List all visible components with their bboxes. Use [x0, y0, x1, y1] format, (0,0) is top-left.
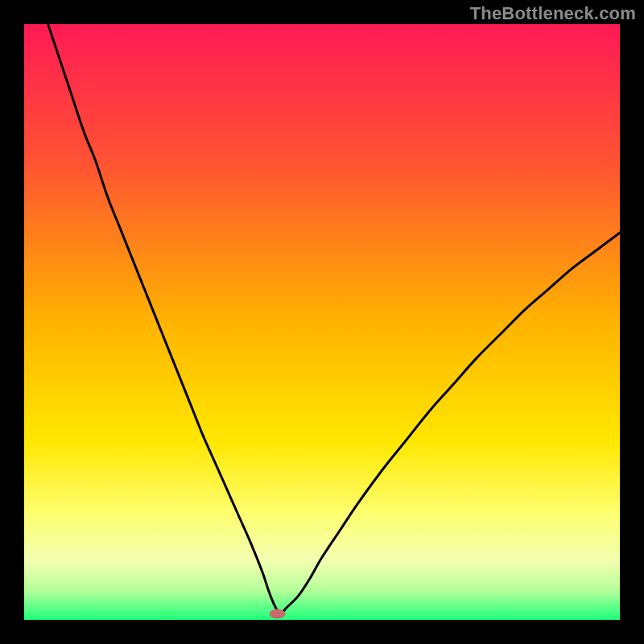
min-point-marker — [270, 609, 286, 619]
bottleneck-chart — [24, 24, 620, 620]
chart-frame: TheBottleneck.com — [0, 0, 644, 644]
watermark-text: TheBottleneck.com — [470, 3, 636, 24]
gradient-background — [24, 24, 620, 620]
